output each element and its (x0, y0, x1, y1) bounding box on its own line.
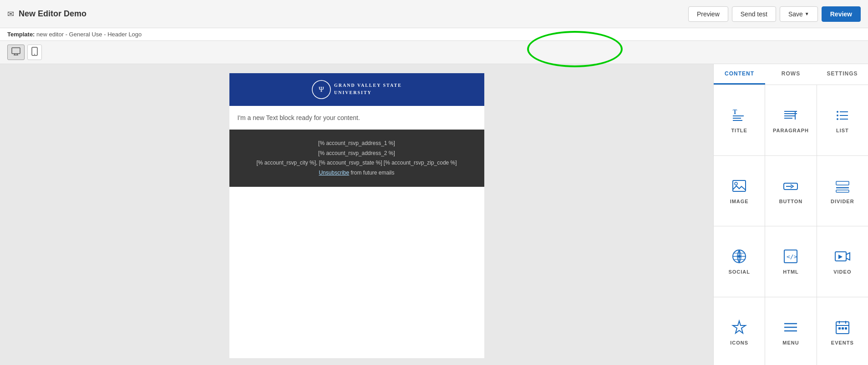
content-item-paragraph[interactable]: PARAGRAPH (765, 85, 816, 155)
content-grid: T TITLE PARAGRAPH (714, 85, 868, 365)
email-container: Ψ GRAND VALLEY STATE UNIVERSITY I'm a ne… (229, 73, 484, 358)
content-item-image[interactable]: IMAGE (714, 156, 765, 226)
right-panel: CONTENT ROWS SETTINGS T TITLE (713, 64, 868, 365)
svg-rect-29 (836, 181, 849, 185)
svg-text:T: T (733, 109, 737, 115)
content-item-social[interactable]: SOCIAL (714, 226, 765, 297)
html-icon: </> (782, 248, 799, 265)
tab-content[interactable]: CONTENT (714, 64, 765, 85)
send-test-button[interactable]: Send test (732, 6, 776, 22)
title-icon: T (731, 107, 747, 123)
svg-text:</>: </> (787, 253, 797, 260)
email-icon: ✉ (7, 9, 14, 19)
template-label: Template: (7, 31, 35, 38)
content-item-events[interactable]: EVENTS (817, 297, 868, 365)
page-title: New Editor Demo (19, 9, 86, 19)
button-label: BUTTON (779, 199, 803, 204)
unsubscribe-link[interactable]: Unsubscribe (319, 170, 349, 176)
content-item-menu[interactable]: MENU (765, 297, 816, 365)
content-item-html[interactable]: </> HTML (765, 226, 816, 297)
save-button[interactable]: Save ▼ (780, 6, 818, 22)
mobile-icon (31, 47, 38, 56)
svg-rect-31 (836, 190, 849, 192)
svg-rect-0 (12, 48, 20, 54)
video-label: VIDEO (833, 269, 851, 275)
footer-address-2: [% account_rsvp_address_2 %] (239, 149, 475, 159)
body-placeholder-text: I'm a new Text block ready for your cont… (238, 114, 360, 121)
icons-label: ICONS (730, 340, 748, 345)
menu-label: MENU (782, 340, 799, 345)
mobile-device-button[interactable] (27, 45, 42, 60)
email-body-text[interactable]: I'm a new Text block ready for your cont… (229, 106, 484, 130)
paragraph-icon (782, 107, 799, 123)
desktop-icon (11, 47, 20, 55)
email-footer: [% account_rsvp_address_1 %] [% account_… (229, 130, 484, 187)
main-layout: Ψ GRAND VALLEY STATE UNIVERSITY I'm a ne… (0, 64, 868, 365)
university-logo: Ψ GRAND VALLEY STATE UNIVERSITY (311, 80, 402, 100)
events-label: EVENTS (831, 340, 854, 345)
canvas-area: Ψ GRAND VALLEY STATE UNIVERSITY I'm a ne… (0, 64, 713, 365)
content-item-title[interactable]: T TITLE (714, 85, 765, 155)
review-button[interactable]: Review (822, 6, 861, 22)
gvsu-logo-svg: Ψ GRAND VALLEY STATE UNIVERSITY (311, 80, 402, 100)
footer-unsubscribe: Unsubscribe from future emails (239, 168, 475, 178)
tab-settings[interactable]: SETTINGS (817, 64, 868, 85)
svg-rect-25 (733, 180, 746, 191)
preview-button[interactable]: Preview (688, 6, 728, 22)
video-icon (834, 248, 851, 265)
footer-address-1: [% account_rsvp_address_1 %] (239, 139, 475, 149)
content-item-video[interactable]: VIDEO (817, 226, 868, 297)
html-label: HTML (783, 269, 799, 275)
content-item-button[interactable]: BUTTON (765, 156, 816, 226)
tab-rows[interactable]: ROWS (765, 64, 817, 85)
image-icon (731, 178, 747, 194)
list-icon (834, 107, 851, 123)
save-label: Save (788, 10, 803, 18)
top-bar: ✉ New Editor Demo Preview Send test Save… (0, 0, 868, 28)
content-item-list[interactable]: LIST (817, 85, 868, 155)
panel-tabs: CONTENT ROWS SETTINGS (714, 64, 868, 85)
svg-marker-43 (733, 321, 746, 333)
app-title-area: ✉ New Editor Demo (7, 9, 688, 19)
list-label: LIST (836, 128, 849, 133)
device-bar (0, 41, 868, 64)
template-bar: Template: new editor - General Use - Hea… (0, 28, 868, 41)
svg-point-26 (735, 182, 737, 185)
svg-point-38 (738, 255, 741, 258)
social-label: SOCIAL (728, 269, 750, 275)
desktop-device-button[interactable] (7, 45, 25, 60)
svg-rect-53 (845, 327, 847, 330)
svg-rect-51 (838, 327, 841, 330)
icons-icon (731, 319, 747, 335)
divider-icon (834, 178, 851, 194)
svg-rect-52 (842, 327, 844, 330)
events-icon (834, 319, 851, 335)
chevron-down-icon: ▼ (805, 11, 809, 16)
title-label: TITLE (731, 128, 747, 133)
button-icon (782, 178, 799, 194)
paragraph-label: PARAGRAPH (773, 128, 809, 133)
svg-text:Ψ: Ψ (319, 85, 324, 93)
svg-point-5 (34, 54, 35, 55)
email-header[interactable]: Ψ GRAND VALLEY STATE UNIVERSITY (229, 73, 484, 106)
svg-point-21 (837, 115, 838, 116)
content-item-icons[interactable]: ICONS (714, 297, 765, 365)
svg-point-19 (837, 111, 838, 113)
unsubscribe-suffix: from future emails (349, 170, 394, 176)
svg-point-23 (837, 118, 838, 120)
svg-text:GRAND VALLEY STATE: GRAND VALLEY STATE (334, 83, 402, 88)
template-value: new editor - General Use - Header Logo (36, 31, 142, 38)
divider-label: DIVIDER (831, 199, 854, 204)
image-label: IMAGE (730, 199, 749, 204)
svg-text:UNIVERSITY: UNIVERSITY (334, 90, 372, 95)
social-icon (731, 248, 747, 265)
top-bar-actions: Preview Send test Save ▼ Review (688, 6, 861, 22)
content-item-divider[interactable]: DIVIDER (817, 156, 868, 226)
svg-marker-42 (838, 255, 843, 259)
menu-icon (782, 319, 799, 335)
footer-address-3: [% account_rsvp_city %], [% account_rsvp… (239, 158, 475, 168)
